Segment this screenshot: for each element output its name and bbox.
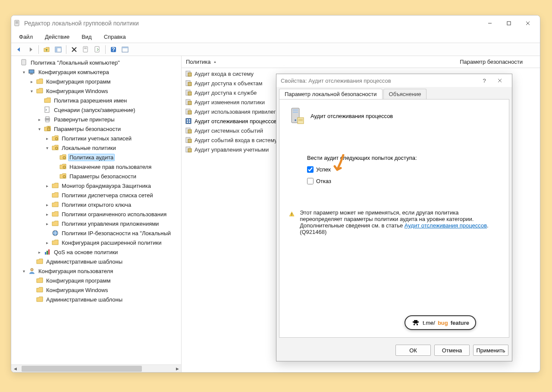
tree-item[interactable]: Конфигурация программ [28,276,180,285]
tree-item[interactable]: ▾Конфигурация Windows [28,86,180,96]
ok-button[interactable]: ОК [395,345,431,356]
policy-item-icon [185,118,192,124]
tab-explanation[interactable]: Объяснение [383,89,427,99]
folder-icon [36,78,43,85]
svg-point-38 [31,268,33,271]
checkbox-success[interactable] [307,166,314,173]
tab-local-security[interactable]: Параметр локальной безопасности [279,89,383,99]
minimize-button[interactable] [480,16,499,30]
folder-lock-icon [52,135,59,142]
toolbar-separator [66,45,66,54]
warning-link[interactable]: Аудит отслеживания процессов [405,222,487,229]
forward-button[interactable] [25,44,36,55]
show-hide-tree-button[interactable] [53,44,63,55]
tree-item[interactable]: ▸Политики управления приложениями [44,219,180,228]
column-setting[interactable]: Параметр безопасности [285,56,540,68]
maximize-button[interactable] [499,16,518,30]
tree-user-config[interactable]: ▾Конфигурация пользователя [21,266,180,276]
tree-audit-policy[interactable]: Политика аудита [52,152,180,162]
tree-root[interactable]: Политика "Локальный компьютер" [13,58,180,67]
dialog-titlebar: Свойства: Аудит отслеживания процессов ? [276,74,512,87]
tree-item[interactable]: ▸Политики учетных записей [44,134,180,143]
filter-button[interactable] [120,44,130,55]
tree-item[interactable]: Сценарии (запуск/завершение) [36,105,180,115]
scroll-left-button[interactable]: ◀ [11,365,19,373]
collapse-icon[interactable]: ▾ [28,89,34,93]
policy-item-icon [185,108,192,115]
tree-label: Административные шаблоны [45,258,124,265]
list-row-label: Аудит событий входа в систему [194,137,277,143]
dialog-help-button[interactable]: ? [477,75,492,87]
up-button[interactable] [41,44,52,55]
horizontal-scrollbar[interactable]: ◀ ▶ [11,364,181,372]
export-button[interactable] [92,44,103,55]
menu-action[interactable]: Действие [43,33,71,41]
delete-button[interactable] [69,44,79,55]
tree-computer-config[interactable]: ▾Конфигурация компьютера [21,67,180,77]
folder-icon [52,239,59,246]
close-button[interactable] [518,16,537,30]
help-button[interactable]: ? [108,44,119,55]
tree-item[interactable]: ▸Развернутые принтеры [36,115,180,124]
tree-item[interactable]: ▸Монитор брандмауэра Защитника [44,181,180,190]
policy-item-icon [185,137,192,143]
column-policy[interactable]: Политика [182,56,285,68]
expand-icon[interactable]: ▸ [44,184,50,188]
back-button[interactable] [14,44,24,55]
scroll-track[interactable] [19,365,173,373]
tree-item[interactable]: Административные шаблоны [28,257,180,266]
checkbox-success-row[interactable]: Успех [307,166,499,173]
tree-item[interactable]: Политики диспетчера списка сетей [44,190,180,200]
expand-icon[interactable]: ▸ [44,240,50,245]
tree-item[interactable]: Административные шаблоны [28,295,180,304]
tree-item[interactable]: ▸QoS на основе политики [36,247,180,257]
firewall-icon [52,182,59,189]
checkbox-failure-row[interactable]: Отказ [307,178,499,184]
tree-item[interactable]: ▾Локальные политики [44,143,180,152]
tree-label: Политики открытого ключа [60,201,132,208]
tree-item[interactable]: Политики IP-безопасности на "Локальный [44,228,180,238]
tree-item[interactable]: ▸Конфигурация программ [28,77,180,86]
attempts-label: Вести аудит следующих попыток доступа: [307,155,499,161]
scroll-right-button[interactable]: ▶ [173,365,181,373]
policy-header: Аудит отслеживания процессов [289,107,499,124]
properties-button[interactable] [81,44,91,55]
expand-icon[interactable]: ▸ [36,117,42,122]
svg-rect-37 [48,249,50,255]
tree-item[interactable]: Назначение прав пользователя [52,162,180,171]
menu-view[interactable]: Вид [80,33,94,41]
tree-label: Параметры безопасности [68,173,138,180]
folder-lock-icon [60,163,66,170]
tree-item[interactable]: Конфигурация Windows [28,285,180,295]
collapse-icon[interactable]: ▾ [21,70,27,75]
menu-file[interactable]: Файл [17,33,34,41]
list-row-label: Аудит использования привилегий [194,109,282,115]
tree-label: Политики IP-безопасности на "Локальный [60,230,172,237]
collapse-icon[interactable]: ▾ [44,146,50,150]
checkbox-failure[interactable] [307,178,314,184]
expand-icon[interactable]: ▸ [36,250,42,255]
tree-item[interactable]: ▸Политики открытого ключа [44,200,180,209]
collapse-icon[interactable]: ▾ [21,269,27,274]
tree-item[interactable]: Параметры безопасности [52,171,180,181]
dialog-close-button[interactable] [492,75,508,87]
menu-help[interactable]: Справка [102,33,128,41]
tree[interactable]: Политика "Локальный компьютер" ▾Конфигур… [11,56,181,364]
cancel-button[interactable]: Отмена [434,345,470,356]
tree-item[interactable]: ▸Политики ограниченного использования [44,209,180,219]
svg-rect-40 [188,73,191,76]
tree-label: Политика "Локальный компьютер" [29,59,121,66]
apply-button[interactable]: Применить [473,345,508,356]
collapse-icon[interactable]: ▾ [36,127,42,131]
expand-icon[interactable]: ▸ [44,212,50,217]
expand-icon[interactable]: ▸ [44,136,50,141]
tree-item[interactable]: Политика разрешения имен [36,96,180,105]
scroll-thumb[interactable] [22,366,142,372]
computer-icon [28,68,35,75]
dialog-tabs: Параметр локальной безопасности Объяснен… [276,87,512,99]
expand-icon[interactable]: ▸ [28,79,34,84]
expand-icon[interactable]: ▸ [44,221,50,226]
tree-item[interactable]: ▾Параметры безопасности [36,124,180,134]
tree-item[interactable]: ▸Конфигурация расширенной политики [44,238,180,247]
expand-icon[interactable]: ▸ [44,202,50,207]
